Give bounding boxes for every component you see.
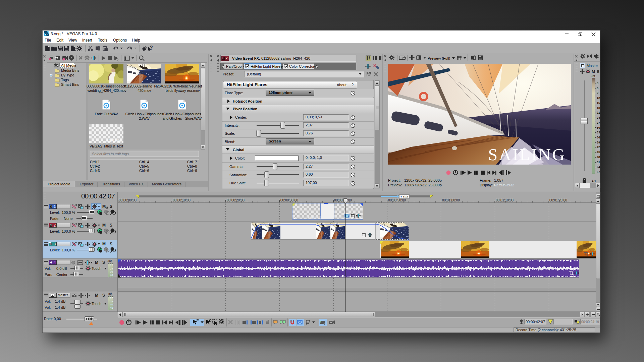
svg-text:SAILING: SAILING <box>488 145 566 164</box>
svg-text:M: M <box>592 69 595 74</box>
svg-text:S: S <box>597 69 599 74</box>
